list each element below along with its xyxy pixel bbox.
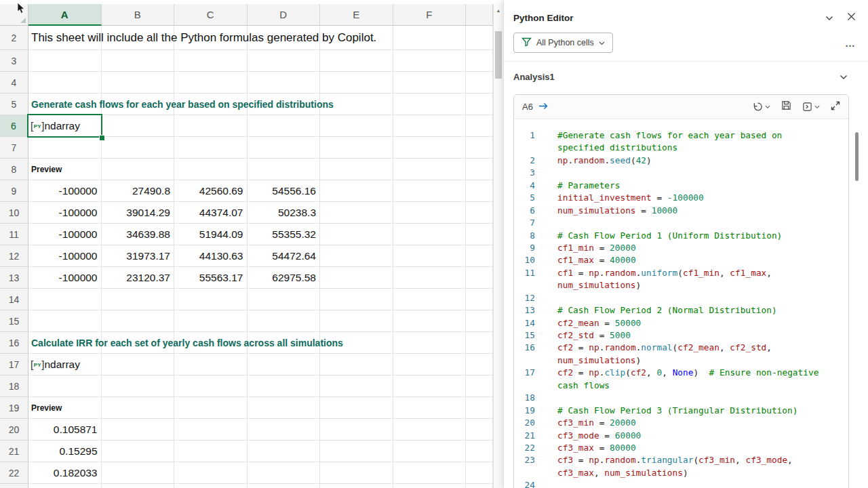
grid-cell[interactable] (320, 397, 393, 419)
grid-cell[interactable] (466, 115, 493, 137)
code-line[interactable]: 14cf2_mean = 50000 (514, 317, 848, 329)
grid-cell[interactable] (102, 441, 175, 462)
grid-cell[interactable] (28, 375, 102, 397)
grid-cell[interactable] (174, 419, 248, 441)
grid-cell[interactable] (102, 462, 175, 484)
row-header-22[interactable]: 22 (0, 462, 28, 484)
cash-flow-value-cell[interactable]: 62975.58 (248, 267, 321, 289)
code-line[interactable]: 20cf3_min = 20000 (514, 417, 848, 429)
column-header-partial[interactable] (466, 4, 493, 26)
grid-cell[interactable] (248, 441, 321, 462)
cash-flow-value-cell[interactable]: 44374.07 (174, 202, 248, 224)
grid-cell[interactable] (320, 72, 393, 94)
cash-flow-value-cell[interactable]: 39014.29 (102, 202, 175, 224)
cash-flow-value-cell[interactable]: 51944.09 (174, 224, 248, 245)
row-header-13[interactable]: 13 (0, 267, 28, 289)
grid-cell[interactable] (102, 354, 175, 375)
cash-flow-value-cell[interactable]: -100000 (28, 245, 102, 267)
undo-button[interactable] (753, 102, 770, 112)
row-header-6[interactable]: 6 (0, 115, 28, 137)
row-header-20[interactable]: 20 (0, 419, 28, 441)
row-header-16[interactable]: 16 (0, 332, 28, 354)
grid-cell[interactable] (466, 26, 493, 50)
grid-cell[interactable] (466, 375, 493, 397)
code-line[interactable]: num_simulations) (514, 279, 848, 291)
grid-cell[interactable] (393, 137, 467, 159)
close-pane-button[interactable] (847, 12, 856, 24)
grid-cell[interactable] (320, 419, 393, 441)
code-editor[interactable]: 1#Generate cash flows for each year base… (514, 119, 848, 488)
grid-cell[interactable] (102, 72, 175, 94)
code-line[interactable]: 17cf2 = np.clip(cf2, 0, None) # Ensure n… (514, 367, 848, 379)
cash-flow-value-cell[interactable]: 55563.17 (174, 267, 248, 289)
grid-cell[interactable] (174, 484, 248, 488)
grid-cell[interactable] (393, 354, 467, 375)
grid-cell[interactable] (248, 72, 321, 94)
grid-cell[interactable] (102, 50, 175, 72)
cash-flow-value-cell[interactable]: -100000 (28, 267, 102, 289)
grid-cell[interactable] (466, 310, 493, 332)
grid-cell[interactable] (466, 137, 493, 159)
grid-cell[interactable] (466, 354, 493, 375)
cash-flow-value-cell[interactable]: 27490.8 (102, 180, 175, 202)
grid-cell[interactable] (393, 419, 467, 441)
code-line[interactable]: 22cf3_max = 80000 (514, 442, 848, 454)
grid-cell[interactable] (320, 354, 393, 375)
grid-cell[interactable] (393, 375, 467, 397)
grid-cell[interactable] (393, 267, 467, 289)
row-header-9[interactable]: 9 (0, 180, 28, 202)
grid-cell[interactable] (393, 289, 467, 310)
row-header-17[interactable]: 17 (0, 354, 28, 375)
grid-cell[interactable] (393, 26, 467, 50)
sheet-vertical-scrollbar[interactable]: ▲ (493, 4, 503, 488)
code-line[interactable]: 6num_simulations = 10000 (514, 205, 848, 217)
grid-cell[interactable] (174, 289, 248, 310)
grid-cell[interactable] (174, 310, 248, 332)
grid-cell[interactable] (174, 137, 248, 159)
code-line[interactable]: 1#Generate cash flows for each year base… (514, 129, 848, 142)
grid-cell[interactable] (320, 245, 393, 267)
grid-cell[interactable] (174, 50, 248, 72)
code-line[interactable]: 2np.random.seed(42) (514, 155, 848, 167)
grid-cell[interactable] (466, 202, 493, 224)
row-header-18[interactable]: 18 (0, 375, 28, 397)
grid-cell[interactable] (28, 137, 102, 159)
grid-cell[interactable] (102, 484, 175, 488)
row-header-12[interactable]: 12 (0, 245, 28, 267)
row-header-3[interactable]: 3 (0, 50, 28, 72)
grid-cell[interactable] (248, 137, 321, 159)
grid-cell[interactable] (248, 310, 321, 332)
grid-cell[interactable] (320, 484, 393, 488)
section1-heading[interactable]: Generate cash flows for each year based … (31, 94, 334, 115)
row-header-15[interactable]: 15 (0, 310, 28, 332)
row-header-8[interactable]: 8 (0, 159, 28, 180)
code-line[interactable]: 9cf1_min = 20000 (514, 242, 848, 254)
grid-cell[interactable] (393, 224, 467, 245)
grid-cell[interactable] (393, 441, 467, 462)
grid-cell[interactable] (248, 50, 321, 72)
code-line[interactable]: 23cf3 = np.random.triangular(cf3_min, cf… (514, 454, 848, 466)
grid-cell[interactable] (466, 419, 493, 441)
code-line[interactable]: cash flows (514, 380, 848, 392)
grid-cell[interactable] (174, 397, 248, 419)
code-line[interactable]: 11cf1 = np.random.uniform(cf1_min, cf1_m… (514, 267, 848, 279)
grid-cell[interactable] (248, 354, 321, 375)
grid-cell[interactable] (248, 484, 321, 488)
output-options-button[interactable] (802, 102, 820, 112)
grid-cell[interactable] (393, 462, 467, 484)
section2-heading[interactable]: Calculate IRR for each set of yearly cas… (31, 332, 343, 354)
irr-value-cell[interactable]: 0.102377 (28, 484, 102, 488)
grid-cell[interactable] (466, 484, 493, 488)
cash-flow-value-cell[interactable]: 54556.16 (248, 180, 321, 202)
code-line[interactable]: 13# Cash Flow Period 2 (Normal Distribut… (514, 304, 848, 317)
grid-cell[interactable] (466, 441, 493, 462)
go-to-cell-arrow-icon[interactable] (538, 102, 549, 112)
scroll-up-arrow-icon[interactable]: ▲ (494, 8, 503, 13)
code-line[interactable]: 21cf3_mode = 60000 (514, 430, 848, 442)
grid-cell[interactable] (248, 289, 321, 310)
code-line[interactable]: 4# Parameters (514, 180, 848, 192)
row-header-2[interactable]: 2 (0, 26, 28, 50)
code-line[interactable]: 7 (514, 217, 848, 229)
grid-cell[interactable] (320, 310, 393, 332)
grid-cell[interactable] (320, 159, 393, 180)
